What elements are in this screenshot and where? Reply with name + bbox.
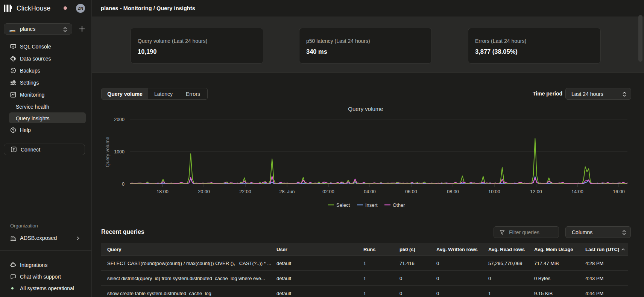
svg-text:1000: 1000: [114, 149, 125, 155]
svg-text:Select: Select: [336, 202, 350, 208]
svg-text:2000: 2000: [114, 117, 125, 122]
svg-text:22:00: 22:00: [239, 189, 251, 194]
svg-text:06:00: 06:00: [405, 189, 417, 194]
svg-text:Other: Other: [393, 202, 405, 208]
svg-text:18:00: 18:00: [156, 189, 168, 194]
svg-text:12:00: 12:00: [530, 189, 542, 194]
svg-text:02:00: 02:00: [322, 189, 334, 194]
svg-text:10:00: 10:00: [488, 189, 500, 194]
svg-text:Query volume: Query volume: [105, 137, 110, 167]
svg-text:16:00: 16:00: [613, 189, 624, 194]
svg-text:04:00: 04:00: [364, 189, 375, 194]
svg-text:0: 0: [122, 182, 125, 187]
svg-text:28. Jun: 28. Jun: [279, 189, 295, 194]
svg-text:14:00: 14:00: [571, 189, 583, 194]
svg-text:08:00: 08:00: [447, 189, 459, 194]
svg-text:20:00: 20:00: [198, 189, 210, 194]
svg-text:Query volume: Query volume: [348, 106, 383, 112]
svg-text:Insert: Insert: [365, 202, 378, 208]
